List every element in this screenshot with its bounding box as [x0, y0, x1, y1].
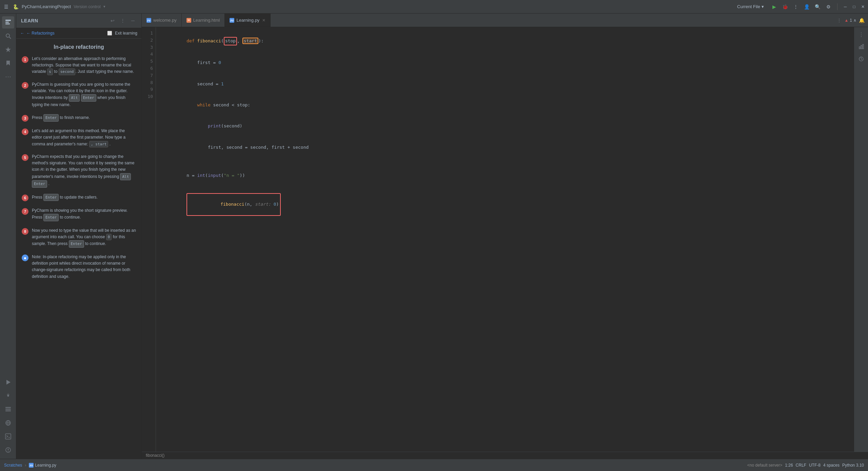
step-6-number: 6 [22, 194, 28, 201]
svg-point-17 [8, 451, 8, 452]
current-file-chevron: ▾ [762, 4, 764, 9]
step-2: 2 PyCharm is guessing that you are going… [22, 81, 136, 108]
step-7: 7 PyCharm is showing you the short signa… [22, 207, 136, 221]
error-indicator: ▲ 1 ∧ [844, 18, 856, 23]
vcs-chevron[interactable]: ▾ [103, 4, 105, 9]
lesson-heading: In-place refactoring [22, 44, 136, 50]
editor-area: py welcome.py H Learning.html py Learnin… [142, 14, 868, 459]
learn-undo-button[interactable]: ↩ [109, 17, 116, 24]
svg-rect-18 [859, 47, 860, 49]
activity-plugins[interactable] [2, 43, 14, 56]
error-count: 1 [850, 18, 852, 23]
more-menu-button[interactable]: ⋮ [792, 3, 799, 10]
svg-rect-19 [861, 45, 862, 49]
step-3-number: 3 [22, 115, 28, 122]
line-endings[interactable]: CRLF [796, 463, 806, 468]
back-link-label: ← Refactorings [26, 31, 55, 36]
learn-panel-title: Learn [21, 18, 38, 23]
step-4-number: 4 [22, 128, 28, 135]
step-7-text: PyCharm is showing you the short signatu… [32, 207, 136, 221]
step-2-kbd-enter: Enter [81, 94, 96, 102]
highlight-stop: stop [224, 37, 237, 45]
step-2-number: 2 [22, 82, 28, 89]
step-5-number: 5 [22, 154, 28, 161]
vcs-label[interactable]: Version control [74, 4, 100, 9]
exit-icon: ⬜ [107, 31, 112, 36]
step-1-number: 1 [22, 56, 28, 63]
step-5-icon: R⃥ [40, 167, 44, 171]
current-file-button[interactable]: Current File ▾ [734, 3, 767, 10]
scratches-file-icon: py [29, 463, 34, 468]
paren-open: ( [221, 38, 224, 43]
scratches-chevron: › [25, 463, 26, 468]
activity-globe[interactable] [2, 417, 14, 429]
kw-def: def [186, 38, 197, 43]
svg-point-3 [6, 34, 9, 37]
language[interactable]: Python 3.10 [842, 463, 864, 468]
back-to-refactorings-link[interactable]: ← ← Refactorings [20, 31, 55, 36]
step-8: 8 Now you need to type the value that wi… [22, 227, 136, 248]
step-7-number: 7 [22, 208, 28, 215]
maximize-button[interactable]: □ [852, 4, 856, 9]
tab-icon-learning-py: py [230, 18, 234, 23]
no-server-status[interactable]: <no default server> [747, 463, 782, 468]
activity-search[interactable] [2, 30, 14, 42]
tab-more-button[interactable]: ⋮ [835, 17, 843, 24]
back-arrow-icon: ← [20, 31, 24, 36]
error-stripe-button[interactable]: ⋮ [856, 30, 866, 39]
minimize-button[interactable]: ─ [843, 4, 848, 9]
svg-rect-2 [5, 23, 10, 24]
learn-nav: ← ← Refactorings ⬜ Exit learning [16, 28, 141, 39]
main-layout: ⋯ Learn ↩ ⋮ ─ [0, 14, 868, 459]
line-num-1: 1 [142, 30, 156, 37]
settings-icon[interactable]: ⚙ [825, 3, 832, 10]
account-icon[interactable]: 👤 [803, 3, 810, 10]
exit-label: Exit learning [115, 31, 137, 36]
learn-close-button[interactable]: ─ [129, 17, 137, 24]
tab-close-learning-py[interactable]: ✕ [262, 18, 265, 23]
activity-problems[interactable] [2, 444, 14, 456]
step-8-kbd-enter: Enter [69, 240, 84, 248]
indent[interactable]: 4 spaces [823, 463, 840, 468]
line-num-10: 10 [142, 93, 156, 100]
line-num-6: 6 [142, 65, 156, 72]
tab-learning-py[interactable]: py Learning.py ✕ [225, 14, 271, 27]
notification-button[interactable]: 🔔 [858, 17, 865, 24]
breadcrumb-text: fibonacci() [146, 453, 164, 458]
chart-gutter-button[interactable] [856, 42, 866, 52]
charset[interactable]: UTF-8 [809, 463, 821, 468]
tab-welcome-py[interactable]: py welcome.py [142, 14, 182, 27]
tab-icon-learning-html: H [186, 18, 191, 23]
activity-more[interactable]: ⋯ [2, 70, 14, 83]
scratches-label[interactable]: Scratches [4, 463, 22, 468]
run-button[interactable]: ▶ [771, 3, 777, 10]
activity-settings[interactable] [2, 390, 14, 402]
svg-rect-9 [5, 410, 11, 411]
step-4-text: Let's add an argument to this method. We… [32, 128, 136, 147]
activity-run[interactable] [2, 376, 14, 388]
activity-terminal[interactable] [2, 430, 14, 443]
code-line-7 [160, 158, 850, 165]
activity-bookmarks[interactable] [2, 57, 14, 69]
svg-rect-7 [5, 407, 11, 408]
app-menu-icon[interactable]: ☰ [3, 3, 9, 10]
titlebar-left: ☰ 🐍 PyCharmLearningProject Version contr… [3, 3, 290, 10]
close-button[interactable]: ✕ [861, 4, 865, 9]
highlight-start: start [242, 38, 258, 44]
history-gutter-button[interactable] [856, 54, 866, 64]
debug-button[interactable]: 🐞 [782, 3, 788, 10]
code-editor[interactable]: def fibonacci(stop, start): first = 0 se… [156, 27, 854, 452]
titlebar: ☰ 🐍 PyCharmLearningProject Version contr… [0, 0, 868, 14]
learn-more-button[interactable]: ⋮ [119, 17, 126, 24]
line-num-4: 4 [142, 51, 156, 58]
step-6-text: Press Enter to update the callers. [32, 194, 98, 201]
step-1-text: Let's consider an alternative approach t… [32, 56, 136, 75]
exit-learning-button[interactable]: ⬜ Exit learning [107, 31, 137, 36]
cursor-position[interactable]: 1:26 [785, 463, 793, 468]
search-icon[interactable]: 🔍 [814, 3, 821, 10]
activity-project[interactable] [2, 16, 14, 28]
svg-rect-0 [5, 20, 11, 21]
learn-panel: Learn ↩ ⋮ ─ ← ← Refactorings ⬜ Exit lear… [16, 14, 142, 459]
activity-layers[interactable] [2, 403, 14, 415]
tab-learning-html[interactable]: H Learning.html [182, 14, 225, 27]
